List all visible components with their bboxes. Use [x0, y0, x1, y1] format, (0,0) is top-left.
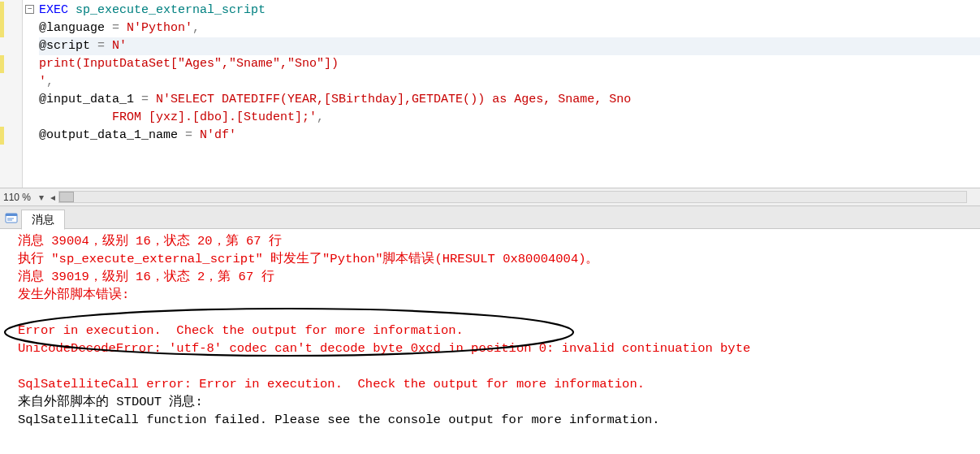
fold-column: −	[23, 0, 37, 188]
code-token: @script	[39, 39, 97, 53]
code-token	[68, 3, 76, 17]
code-token: N'SELECT DATEDIFF(YEAR,[SBirthday],GETDA…	[156, 93, 631, 106]
code-token: FROM [yxz].[dbo].[Student];'	[39, 110, 317, 124]
code-token: N'Python'	[127, 21, 192, 35]
code-token: sp_execute_external_script	[76, 3, 266, 17]
message-line	[18, 357, 972, 375]
message-line: SqlSatelliteCall error: Error in executi…	[18, 375, 972, 393]
code-line[interactable]: @script = N'	[39, 37, 980, 55]
code-line[interactable]: EXEC sp_execute_external_script	[39, 2, 980, 19]
code-token	[192, 128, 200, 142]
code-token: ,	[46, 75, 54, 89]
code-token: =	[141, 93, 149, 106]
code-token: '	[39, 75, 46, 89]
code-token: ,	[192, 21, 200, 35]
code-token: ,	[317, 110, 324, 124]
message-line: UnicodeDecodeError: 'utf-8' codec can't …	[18, 339, 972, 357]
scroll-left-icon[interactable]: ◂	[47, 191, 58, 203]
zoom-dropdown-icon[interactable]: ▾	[36, 192, 47, 203]
code-token: @output_data_1_name	[39, 128, 185, 142]
messages-pane[interactable]: 消息 39004，级别 16，状态 20，第 67 行执行 "sp_execut…	[0, 229, 980, 454]
code-token	[149, 93, 156, 106]
message-line: 发生外部脚本错误:	[18, 286, 972, 304]
code-token: @language	[39, 21, 112, 35]
code-line[interactable]: FROM [yxz].[dbo].[Student];',	[39, 109, 980, 127]
code-area[interactable]: EXEC sp_execute_external_script@language…	[37, 0, 980, 188]
code-line[interactable]: print(InputDataSet["Ages","Sname","Sno"]…	[39, 55, 980, 73]
horizontal-scrollbar[interactable]	[58, 191, 967, 203]
tab-messages-label: 消息	[32, 213, 54, 226]
code-line[interactable]: ',	[39, 73, 980, 91]
code-token: =	[112, 21, 119, 35]
message-line: Error in execution. Check the output for…	[18, 322, 972, 339]
message-line: 执行 "sp_execute_external_script" 时发生了"Pyt…	[18, 250, 972, 268]
code-token: N'df'	[200, 128, 236, 142]
zoom-level: 110 %	[0, 192, 36, 203]
message-line: 来自外部脚本的 STDOUT 消息:	[18, 393, 972, 411]
message-line: 消息 39019，级别 16，状态 2，第 67 行	[18, 268, 972, 286]
tab-messages[interactable]: 消息	[21, 210, 65, 230]
fold-toggle[interactable]: −	[25, 5, 34, 14]
code-line[interactable]: @output_data_1_name = N'df'	[39, 127, 980, 145]
code-token	[105, 39, 112, 53]
messages-tab-icon	[5, 212, 18, 225]
scrollbar-thumb[interactable]	[59, 192, 74, 202]
code-token: =	[185, 128, 192, 142]
code-token: EXEC	[39, 3, 68, 17]
message-line: SqlSatelliteCall function failed. Please…	[18, 411, 972, 429]
code-token: N'	[112, 39, 127, 53]
svg-rect-1	[6, 214, 17, 216]
sql-editor[interactable]: − EXEC sp_execute_external_script@langua…	[0, 0, 980, 188]
code-line[interactable]: @language = N'Python',	[39, 19, 980, 37]
code-token: print(InputDataSet["Ages","Sname","Sno"]…	[39, 57, 339, 71]
results-tab-strip: 消息	[0, 206, 980, 229]
code-token	[119, 21, 127, 35]
code-line[interactable]: @input_data_1 = N'SELECT DATEDIFF(YEAR,[…	[39, 91, 980, 109]
zoom-scroll-bar: 110 % ▾ ◂	[0, 188, 980, 206]
code-token: @input_data_1	[39, 93, 141, 106]
editor-gutter	[0, 0, 23, 188]
message-line	[18, 304, 972, 322]
code-token: =	[97, 39, 105, 53]
message-line: 消息 39004，级别 16，状态 20，第 67 行	[18, 232, 972, 250]
